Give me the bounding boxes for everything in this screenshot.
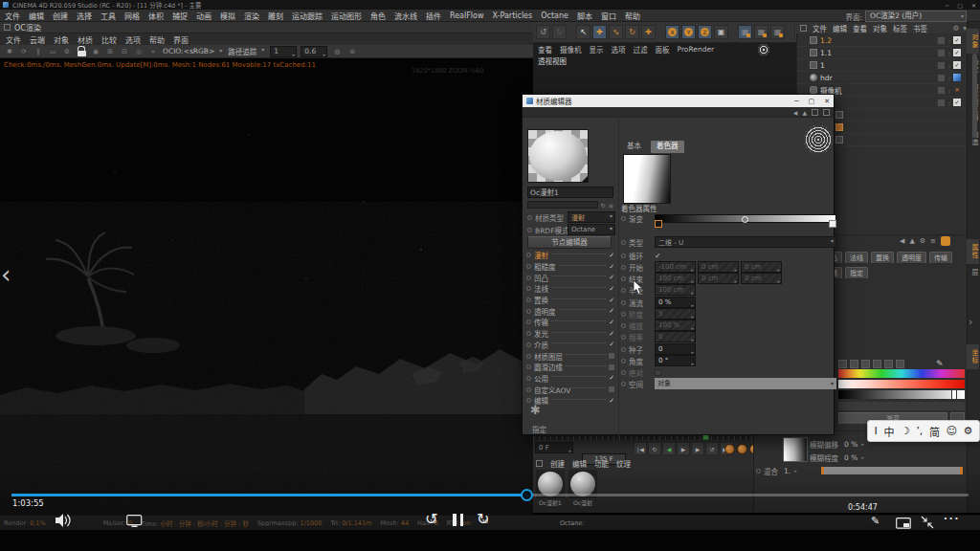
octane-tool-icon[interactable]: ✱ — [4, 46, 15, 57]
check-icon[interactable] — [609, 374, 614, 382]
viewport-menu-item[interactable]: 查看 — [538, 44, 552, 55]
dots-tag-icon[interactable]: : — [948, 99, 950, 106]
gradient-bar[interactable] — [655, 214, 836, 223]
menu-item[interactable]: 流水线 — [394, 11, 417, 21]
visibility-tag-icon[interactable] — [937, 36, 946, 45]
dots-tag-icon[interactable]: : — [948, 50, 950, 56]
dots-tag-icon[interactable]: : — [948, 37, 950, 44]
rewind-10-icon[interactable]: ↺10 — [425, 512, 444, 531]
viewport-menu-item[interactable]: ProRender — [678, 45, 715, 54]
filter-icon[interactable]: ⚙ — [953, 24, 960, 33]
octane-tool-icon[interactable]: ⟳ — [18, 46, 30, 57]
up-icon[interactable]: ▲ — [802, 109, 807, 116]
octane-tool-icon[interactable]: ▭ — [47, 46, 58, 57]
material-name-field[interactable]: Oc漫射1 — [527, 187, 613, 198]
octane-tool-icon[interactable]: ◉ — [90, 46, 101, 57]
maximize-icon[interactable]: ▢ — [809, 98, 815, 105]
menu-item[interactable]: 工具 — [100, 11, 116, 21]
material-preview[interactable] — [527, 129, 589, 183]
om-menu-item[interactable]: 对象 — [873, 23, 887, 33]
channel-button[interactable]: 传输 — [929, 252, 952, 264]
menu-item[interactable]: 选择 — [77, 11, 92, 21]
channel-button[interactable]: 透明度 — [897, 252, 926, 264]
menu-item[interactable]: 运动跟踪 — [292, 11, 323, 21]
autokey-icon[interactable] — [737, 444, 747, 454]
seed-field[interactable]: 0 — [655, 343, 696, 355]
transport-button[interactable]: ▶ — [691, 442, 704, 455]
pencil-icon[interactable]: ✎ — [871, 515, 880, 527]
dots-tag-icon[interactable]: : — [948, 75, 950, 81]
cast-icon[interactable] — [126, 515, 143, 529]
progress-thumb[interactable] — [521, 489, 533, 501]
check-icon[interactable] — [609, 297, 614, 304]
refresh-icon[interactable]: ↻ — [601, 202, 606, 209]
toolbar-icon[interactable]: ↻ — [625, 25, 639, 39]
transport-button[interactable]: ◀ — [662, 442, 676, 455]
transport-button[interactable]: ∣◀ — [634, 442, 647, 455]
dock-icon[interactable] — [823, 109, 830, 116]
current-frame-field[interactable]: 0 F — [535, 442, 573, 453]
om-menu-item[interactable]: 编辑 — [833, 23, 847, 33]
absolute-checkbox[interactable] — [655, 369, 661, 376]
shader-preview[interactable] — [623, 154, 671, 204]
start-y-field[interactable]: 0 cm — [698, 261, 739, 273]
saturation-bar[interactable] — [838, 380, 965, 388]
back-icon[interactable]: ◀ — [900, 237, 904, 245]
channel-button[interactable]: 指定 — [845, 267, 868, 279]
state-tag-icon[interactable] — [953, 36, 961, 44]
volume-icon[interactable] — [56, 514, 73, 529]
oc-extra-icon[interactable]: ⊚ — [346, 46, 358, 57]
channel-row[interactable]: 介质 — [524, 340, 616, 351]
octane-tool-icon[interactable]: ⌖ — [147, 46, 159, 57]
toolbar-icon[interactable]: ✚ — [592, 25, 607, 39]
state-tag-icon[interactable] — [953, 61, 961, 69]
visibility-tag-icon[interactable] — [937, 61, 946, 70]
more-options-icon[interactable]: ··· — [944, 514, 960, 524]
octane-menu-item[interactable]: 对象 — [54, 34, 69, 45]
toolbar-icon[interactable]: ↖ — [576, 25, 590, 39]
channel-row[interactable]: 发光 — [524, 328, 616, 340]
end-x-field[interactable]: 100 cm — [655, 273, 696, 284]
check-icon[interactable] — [609, 252, 614, 259]
channel-row[interactable]: 置换 — [524, 295, 616, 306]
menu-item[interactable]: 文件 — [5, 11, 20, 21]
channel-row[interactable]: 漫射 — [524, 250, 616, 261]
turbulence-field[interactable]: 0 % — [655, 297, 696, 308]
up-icon[interactable]: ▲ — [909, 237, 914, 245]
toolbar-icon[interactable]: ↻ — [552, 25, 567, 39]
om-menu-item[interactable]: 文件 — [813, 23, 827, 33]
close-icon[interactable]: ✕ — [971, 2, 976, 9]
check-icon[interactable] — [609, 330, 614, 338]
record-key-icon[interactable] — [724, 444, 735, 454]
interface-dropdown[interactable]: OC渲染2 (用户) — [865, 11, 967, 22]
visibility-tag-icon[interactable] — [937, 86, 946, 95]
menu-item[interactable]: 捕捉 — [172, 11, 188, 21]
viewport-menu-item[interactable]: 面板 — [656, 44, 670, 55]
object-row[interactable]: hdr : — [796, 72, 967, 84]
octane-tool-icon[interactable] — [76, 46, 87, 57]
color-mode-icon[interactable] — [896, 360, 904, 368]
menu-item[interactable]: 创建 — [53, 11, 68, 21]
box-icon[interactable] — [609, 353, 614, 359]
end-y-field[interactable]: 0 cm — [698, 273, 739, 284]
toolbar-icon[interactable]: Y — [681, 25, 696, 39]
viewport-menu-item[interactable]: 过滤 — [634, 44, 648, 55]
kernel-dropdown[interactable]: 路径追踪 — [228, 46, 266, 56]
menu-item[interactable]: 插件 — [426, 11, 441, 21]
lock-icon[interactable] — [812, 109, 818, 116]
dots-tag-icon[interactable]: : — [948, 87, 950, 94]
menu-item[interactable]: 雕刻 — [268, 11, 283, 21]
ime-item[interactable]: I — [875, 425, 878, 437]
toolbar-icon[interactable]: ✚ — [641, 25, 656, 39]
collapse-icon[interactable] — [921, 516, 934, 531]
channel-row[interactable]: 粗糙度 — [524, 261, 616, 273]
menu-item[interactable]: 帮助 — [625, 11, 640, 21]
oc-extra-icon[interactable]: ◍ — [331, 46, 343, 57]
menu-item[interactable]: 编辑 — [29, 11, 44, 21]
toolbar-icon[interactable]: ↔ — [609, 25, 623, 39]
state-tag-icon[interactable] — [953, 49, 961, 56]
dots-tag-icon[interactable]: : — [948, 62, 950, 69]
scale-field[interactable]: 100 % — [655, 320, 696, 331]
color-mode-icon[interactable] — [884, 360, 893, 368]
visibility-tag-icon[interactable] — [937, 49, 946, 57]
